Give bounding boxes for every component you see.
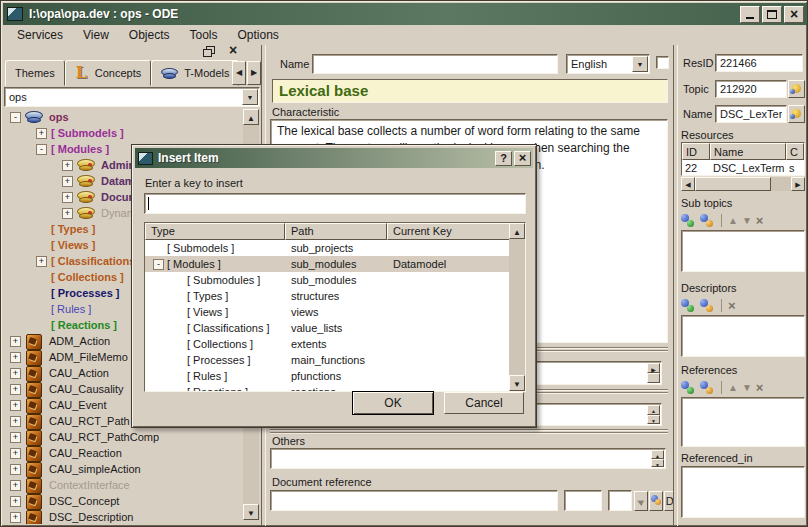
tree-item[interactable]: + CAU_simpleAction: [4, 461, 242, 477]
dialog-table-row[interactable]: [ Views ] views: [145, 304, 509, 320]
dialog-table-scrollbar[interactable]: [509, 223, 525, 391]
tree-item[interactable]: - ops: [4, 109, 242, 125]
menu-item[interactable]: Objects: [119, 25, 180, 45]
tree-item[interactable]: + [ Submodels ]: [4, 125, 242, 141]
scroll-blank[interactable]: [647, 373, 660, 383]
add-descriptor-alt-icon[interactable]: [700, 298, 715, 313]
dialog-table-row[interactable]: [ Types ] structures: [145, 288, 509, 304]
tree-item[interactable]: + DSC_Concept: [4, 493, 242, 509]
tree-expander-icon[interactable]: +: [10, 416, 21, 427]
tree-expander-icon[interactable]: +: [62, 208, 73, 219]
float-panel-icon[interactable]: [203, 46, 215, 56]
add-reference-alt-icon[interactable]: [700, 380, 715, 395]
dialog-table-row[interactable]: [ Collections ] extents: [145, 336, 509, 352]
dock-tab[interactable]: Concepts: [65, 60, 151, 86]
tree-expander-icon[interactable]: +: [62, 192, 73, 203]
add-reference-icon[interactable]: [681, 380, 696, 395]
menu-item[interactable]: Tools: [180, 25, 228, 45]
model-filter-combo[interactable]: ops: [4, 87, 260, 107]
document-reference-input[interactable]: [270, 490, 558, 511]
tree-expander-icon[interactable]: +: [10, 448, 21, 459]
chevron-down-icon[interactable]: [242, 89, 258, 105]
tree-expander-icon[interactable]: -: [153, 259, 164, 270]
resid-input[interactable]: [715, 54, 803, 72]
tree-expander-icon[interactable]: +: [10, 464, 21, 475]
col-name[interactable]: Name: [710, 143, 786, 160]
tree-expander-icon[interactable]: +: [10, 384, 21, 395]
mini-spinner[interactable]: [651, 450, 664, 467]
maximize-icon[interactable]: [762, 6, 782, 23]
name-pick-button[interactable]: [788, 105, 805, 123]
language-combo[interactable]: English: [566, 54, 650, 74]
tree-expander-icon[interactable]: +: [10, 336, 21, 347]
tree-item[interactable]: + CAU_Reaction: [4, 445, 242, 461]
document-reference-input-2[interactable]: [564, 490, 602, 511]
close-panel-icon[interactable]: [229, 42, 241, 54]
spin-up-icon[interactable]: [647, 405, 660, 415]
link-topic-button[interactable]: [649, 491, 663, 511]
move-up-icon[interactable]: ▲: [728, 382, 738, 393]
descriptors-list[interactable]: [681, 315, 805, 357]
tree-expander-icon[interactable]: +: [10, 352, 21, 363]
spin-up-icon[interactable]: [651, 450, 664, 459]
subtopics-list[interactable]: [681, 230, 805, 272]
document-reference-input-3[interactable]: [608, 490, 632, 511]
menu-item[interactable]: View: [73, 25, 119, 45]
scroll-up-icon[interactable]: [509, 223, 525, 239]
scroll-right-icon[interactable]: [791, 177, 805, 191]
close-icon[interactable]: [514, 151, 531, 166]
topic-pick-button[interactable]: [788, 80, 805, 98]
add-subtopic-icon[interactable]: [681, 213, 696, 228]
resource-row[interactable]: 22 DSC_LexTerm s: [682, 160, 804, 177]
tree-expander-icon[interactable]: -: [10, 112, 21, 123]
mini-scroll[interactable]: [647, 363, 660, 383]
menu-item[interactable]: Services: [7, 25, 73, 45]
tree-item[interactable]: + DSC_Description: [4, 509, 242, 524]
col-id[interactable]: ID: [682, 143, 710, 160]
dialog-table-row[interactable]: [ Processes ] main_functions: [145, 352, 509, 368]
key-input[interactable]: [144, 193, 526, 214]
tree-expander-icon[interactable]: +: [10, 512, 21, 523]
tab-scroll-left-icon[interactable]: [232, 61, 246, 85]
move-down-icon[interactable]: ▼: [742, 382, 752, 393]
col-class[interactable]: C: [786, 143, 804, 160]
dialog-table-row[interactable]: - [ Modules ] sub_modules Datamodel: [145, 256, 509, 272]
scroll-up-icon[interactable]: [243, 109, 259, 125]
dock-tab[interactable]: Themes: [5, 60, 65, 86]
dialog-table-row[interactable]: [ Submodules ] sub_modules: [145, 272, 509, 288]
col-path[interactable]: Path: [285, 223, 387, 240]
tree-expander-icon[interactable]: +: [10, 368, 21, 379]
add-descriptor-icon[interactable]: [681, 298, 696, 313]
dock-tab[interactable]: T-Models: [151, 60, 239, 86]
chevron-down-icon[interactable]: [632, 56, 648, 72]
move-up-icon[interactable]: ▲: [728, 215, 738, 226]
others-field[interactable]: [270, 448, 666, 469]
res-name-input[interactable]: [715, 105, 787, 123]
remove-icon[interactable]: ×: [756, 215, 764, 227]
scroll-thumb[interactable]: [695, 177, 771, 191]
tree-expander-icon[interactable]: +: [62, 160, 73, 171]
references-list[interactable]: [681, 397, 805, 447]
add-subtopic-alt-icon[interactable]: [700, 213, 715, 228]
tree-item[interactable]: + ContextInterface: [4, 477, 242, 493]
tree-expander-icon[interactable]: +: [36, 128, 47, 139]
tree-expander-icon[interactable]: +: [36, 256, 47, 267]
close-icon[interactable]: [784, 6, 804, 23]
attach-button[interactable]: [634, 491, 648, 511]
tree-expander-icon[interactable]: +: [10, 400, 21, 411]
name-input[interactable]: [312, 54, 558, 74]
move-down-icon[interactable]: ▼: [742, 215, 752, 226]
help-icon[interactable]: [495, 151, 512, 166]
tree-expander-icon[interactable]: +: [10, 496, 21, 507]
scroll-right-icon[interactable]: [647, 363, 660, 373]
col-type[interactable]: Type: [145, 223, 285, 240]
scroll-left-icon[interactable]: [681, 177, 695, 191]
col-current-key[interactable]: Current Key: [387, 223, 511, 240]
dialog-table-row[interactable]: [ Reactions ] reactions: [145, 384, 509, 391]
minimize-icon[interactable]: [740, 6, 760, 23]
dialog-table-row[interactable]: [ Classifications ] value_lists: [145, 320, 509, 336]
scroll-down-icon[interactable]: [509, 375, 525, 391]
dialog-table-row[interactable]: [ Submodels ] sub_projects: [145, 240, 509, 256]
tree-expander-icon[interactable]: +: [62, 176, 73, 187]
cancel-button[interactable]: Cancel: [444, 392, 524, 414]
